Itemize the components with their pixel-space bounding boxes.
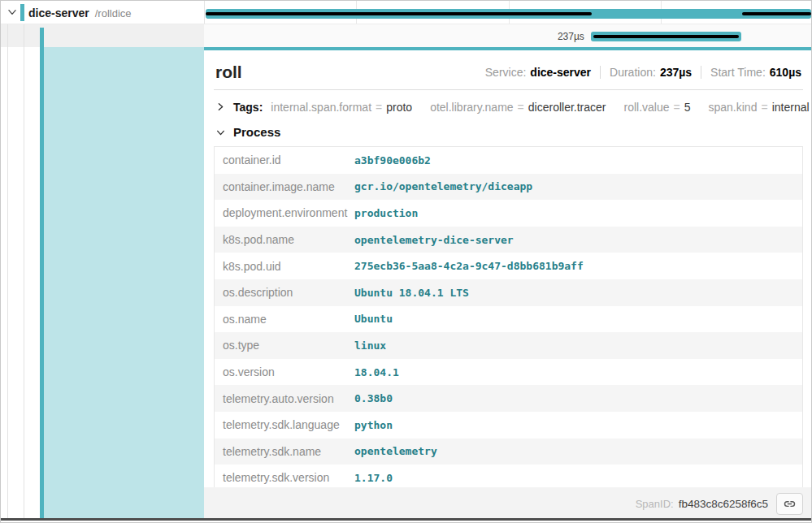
table-row: k8s.pod.uid275ecb36-5aa8-4c2a-9c47-d8bb6… <box>215 253 802 279</box>
bottom-border-bar <box>1 518 811 521</box>
spanid-label: SpanID: <box>636 498 674 510</box>
timeline-row-roll: 237µs <box>204 24 812 47</box>
table-row: os.version18.04.1 <box>215 359 802 386</box>
kv-key: os.name <box>215 313 354 326</box>
tag-item: roll.value = 5 <box>624 101 691 114</box>
table-row: os.typelinux <box>215 332 802 359</box>
tag-value: diceroller.tracer <box>528 101 606 114</box>
kv-key: os.description <box>215 286 354 299</box>
kv-key: telemetry.auto.version <box>215 392 354 405</box>
kv-key: k8s.pod.uid <box>215 260 354 273</box>
kv-value: linux <box>354 339 386 352</box>
duration-value: 237µs <box>660 66 692 79</box>
table-row: deployment.environmentproduction <box>215 200 802 227</box>
process-accordion[interactable]: Process <box>214 124 803 146</box>
table-row: telemetry.sdk.languagepython <box>215 412 802 439</box>
process-key-value-table: container.ida3bf90e006b2 container.image… <box>214 146 803 492</box>
equals-sign: = <box>761 101 767 114</box>
tag-key: roll.value <box>624 101 670 114</box>
kv-value: 18.04.1 <box>354 366 399 378</box>
link-icon <box>783 497 797 511</box>
span-overview: Service: dice-server Duration: 237µs Sta… <box>485 66 801 79</box>
tag-value: 5 <box>684 101 691 114</box>
span-operation-title: roll <box>215 63 242 82</box>
indent-guide <box>24 24 24 519</box>
kv-value: production <box>354 207 418 219</box>
kv-key: telemetry.sdk.version <box>215 471 354 484</box>
tags-accordion[interactable]: Tags: internal.span.format = proto otel.… <box>214 90 803 124</box>
indent-guide <box>7 24 8 519</box>
span-bar-roll[interactable] <box>591 32 741 41</box>
kv-value: opentelemetry <box>354 445 437 457</box>
service-color-chip <box>20 4 24 21</box>
table-row: container.image.namegcr.io/opentelemetry… <box>215 174 802 201</box>
span-label[interactable]: dice-server/rolldice <box>28 1 132 24</box>
kv-key: os.type <box>215 339 354 352</box>
operation-name: /rolldice <box>95 7 132 19</box>
table-row: container.ida3bf90e006b2 <box>215 147 802 174</box>
tag-item: span.kind = internal <box>709 101 810 114</box>
table-row: os.nameUbuntu <box>215 306 802 333</box>
timeline: 237µs <box>204 1 812 47</box>
detail-row-left-fill <box>44 47 204 520</box>
kv-value: Ubuntu 18.04.1 LTS <box>354 287 469 299</box>
kv-key: container.id <box>215 153 354 166</box>
kv-value: 1.17.0 <box>354 472 393 484</box>
equals-sign: = <box>518 101 524 114</box>
kv-key: container.image.name <box>215 180 354 193</box>
child-duration-label: 237µs <box>206 32 591 41</box>
tag-value: proto <box>386 101 412 114</box>
kv-value: python <box>354 419 393 431</box>
spanid-value: fb483c8c6258f6c5 <box>679 498 768 510</box>
table-row: telemetry.sdk.nameopentelemetry <box>215 439 802 465</box>
table-row: telemetry.auto.version0.38b0 <box>215 385 802 412</box>
process-label: Process <box>233 125 280 139</box>
kv-key: os.version <box>215 365 354 378</box>
table-row: os.descriptionUbuntu 18.04.1 LTS <box>215 279 802 306</box>
kv-key: deployment.environment <box>215 206 354 219</box>
copy-link-button[interactable] <box>776 493 803 515</box>
tag-key: otel.library.name <box>430 101 513 114</box>
chevron-right-icon[interactable] <box>215 102 227 113</box>
timeline-row-rolldice <box>204 1 812 24</box>
kv-value: Ubuntu <box>354 313 393 325</box>
kv-key: telemetry.sdk.language <box>215 418 354 431</box>
divider <box>600 66 601 79</box>
table-row: k8s.pod.nameopentelemetry-dice-server <box>215 227 802 253</box>
kv-value: 275ecb36-5aa8-4c2a-9c47-d8bb681b9aff <box>354 260 584 272</box>
equals-sign: = <box>376 101 382 114</box>
equals-sign: = <box>674 101 680 114</box>
tags-label: Tags: <box>233 101 263 114</box>
span-detail-header: roll Service: dice-server Duration: 237µ… <box>214 50 803 90</box>
chevron-down-icon[interactable] <box>215 127 227 138</box>
tag-key: span.kind <box>709 101 758 114</box>
kv-key: telemetry.sdk.name <box>215 445 354 458</box>
service-value: dice-server <box>530 66 591 79</box>
duration-label: Duration: <box>610 66 656 79</box>
critical-path-segment <box>593 35 739 38</box>
span-bar-rolldice[interactable] <box>206 9 811 19</box>
chevron-down-icon[interactable] <box>7 6 20 19</box>
span-detail-footer: SpanID: fb483c8c6258f6c5 <box>204 487 812 520</box>
tag-key: internal.span.format <box>271 101 371 114</box>
span-row-roll-selected[interactable]: dice-serverroll <box>1 24 204 47</box>
trace-detail-view: dice-server/rolldice dice-serverroll 237… <box>0 0 812 523</box>
critical-path-segment <box>206 12 592 15</box>
kv-value: gcr.io/opentelemetry/diceapp <box>354 180 532 192</box>
kv-value: opentelemetry-dice-server <box>354 234 514 246</box>
kv-key: k8s.pod.name <box>215 233 354 246</box>
tag-item: internal.span.format = proto <box>271 101 412 114</box>
span-detail-panel: roll Service: dice-server Duration: 237µ… <box>204 47 812 520</box>
start-time-value: 610µs <box>770 66 801 79</box>
critical-path-segment <box>742 12 811 15</box>
divider <box>701 66 701 79</box>
span-row-rolldice[interactable]: dice-server/rolldice <box>1 1 204 24</box>
start-time-label: Start Time: <box>710 66 766 79</box>
service-label: Service: <box>485 66 527 79</box>
tag-item: otel.library.name = diceroller.tracer <box>430 101 606 114</box>
service-name: dice-server <box>28 6 89 19</box>
kv-value: a3bf90e006b2 <box>354 154 431 166</box>
tag-value: internal <box>772 101 810 114</box>
kv-value: 0.38b0 <box>354 392 393 404</box>
